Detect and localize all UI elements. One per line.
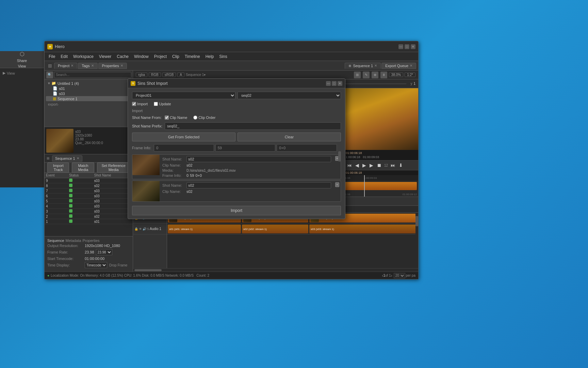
clear-button[interactable]: Clear xyxy=(238,133,341,141)
timeline-scrollbar-h[interactable] xyxy=(133,268,418,272)
table-row[interactable]: 3 s03 xyxy=(45,209,133,214)
menu-clip[interactable]: Clip xyxy=(169,53,182,60)
edit-icon[interactable]: ✎ xyxy=(363,72,370,78)
tab-tags-close[interactable]: ✕ xyxy=(91,64,94,67)
view-item[interactable]: ▶View xyxy=(3,71,41,75)
maximize-button[interactable]: □ xyxy=(405,44,409,49)
table-row[interactable]: 9 s03 xyxy=(45,178,133,183)
clip-order-radio[interactable] xyxy=(193,116,197,120)
per-page-select[interactable]: 20 xyxy=(394,273,405,278)
tab-properties[interactable]: Properties ✕ xyxy=(98,63,127,69)
props-tab-sequence[interactable]: Sequence xyxy=(47,239,64,243)
menu-project[interactable]: Project xyxy=(151,53,169,60)
tab-sequence1[interactable]: ◉ Sequence 1 ✕ xyxy=(345,63,381,69)
tab-tags[interactable]: Tags ✕ xyxy=(78,63,97,69)
shot-name-input-2[interactable] xyxy=(186,182,331,188)
tree-item-s03[interactable]: 📄 s03 xyxy=(46,91,131,96)
menu-sins[interactable]: Sins xyxy=(216,53,230,60)
tab-export-queue[interactable]: Export Queue ✕ xyxy=(381,63,416,69)
zoom-level[interactable]: 38.0% xyxy=(389,73,403,77)
dialog-import-button[interactable]: Import xyxy=(132,206,341,215)
menu-cache[interactable]: Cache xyxy=(114,53,131,60)
skip-back-button[interactable]: ⏮ xyxy=(346,162,353,169)
menu-edit[interactable]: Edit xyxy=(58,53,70,60)
color-channel[interactable]: A xyxy=(177,73,184,77)
audio-clip-s03[interactable]: s03 (s03: stream 1) xyxy=(309,225,415,233)
audio-mute-icon[interactable]: 🔊 xyxy=(143,227,146,231)
minimize-button[interactable]: — xyxy=(398,44,403,49)
tree-item-s01[interactable]: 📄 s01 xyxy=(46,86,131,91)
close-button[interactable]: ✕ xyxy=(411,44,415,49)
viewer-mini-timeline[interactable]: 1:06 1:00:09:03 1:06 01:00:09:12 xyxy=(344,175,418,197)
share-view-button[interactable]: ⬡ Share View xyxy=(0,51,44,68)
snap-icon[interactable]: ⊕ xyxy=(372,72,378,78)
menu-help[interactable]: Help xyxy=(203,53,217,60)
step-back-button[interactable]: ◀ xyxy=(355,162,360,169)
audio-eye-icon[interactable]: 👁 xyxy=(139,227,142,231)
color-srgb[interactable]: sRGB xyxy=(162,73,176,77)
update-radio-label[interactable]: Update xyxy=(154,102,171,106)
clip-name-checkbox[interactable] xyxy=(165,116,169,120)
import-checkbox[interactable] xyxy=(132,102,136,106)
color-rgb[interactable]: RGB xyxy=(149,73,161,77)
tab-seq1-close[interactable]: ✕ xyxy=(374,64,377,67)
clip-name-radio-label[interactable]: Clip Name xyxy=(165,116,187,120)
link-icon[interactable]: ⊞ xyxy=(354,72,361,78)
tab-project-close[interactable]: ✕ xyxy=(71,64,74,67)
audio-clip-s02[interactable]: s02 (s02: stream 1) xyxy=(242,225,308,233)
audio-clip-s01[interactable]: s01 (s01: stream 1) xyxy=(168,225,241,233)
table-row[interactable]: 5 s03 xyxy=(45,199,133,204)
table-row[interactable]: 8 s02 xyxy=(45,183,133,188)
get-from-selected-button[interactable]: Get From Selected xyxy=(132,133,235,141)
menu-timeline[interactable]: Timeline xyxy=(182,53,203,60)
pause-icon[interactable]: ⏸ xyxy=(380,72,387,78)
stop-button[interactable]: ⏹ xyxy=(376,162,382,169)
search-input[interactable] xyxy=(54,72,131,78)
table-row[interactable]: 6 s03 xyxy=(45,194,133,199)
tab-export-close[interactable]: ✕ xyxy=(410,64,412,67)
menu-workspace[interactable]: Workspace xyxy=(70,53,96,60)
menu-viewer[interactable]: Viewer xyxy=(96,53,114,60)
seq-tab-sequence[interactable]: Sequence 1 ✕ xyxy=(52,155,82,162)
audio-solo-icon[interactable]: S xyxy=(147,227,149,231)
frame-rate-select[interactable]: 23.98 xyxy=(96,249,112,255)
import-track-button[interactable]: Import Track xyxy=(47,163,69,173)
aspect-ratio[interactable]: 1:2* xyxy=(405,73,415,77)
menu-file[interactable]: File xyxy=(46,53,58,60)
color-rgba[interactable]: rgba xyxy=(136,73,147,77)
import-radio-label[interactable]: Import xyxy=(132,102,148,106)
shot-close-2[interactable]: ✕ xyxy=(334,181,341,201)
props-tab-metadata[interactable]: Metadata xyxy=(66,239,81,243)
dialog-close-btn[interactable]: ✕ xyxy=(338,81,342,86)
shot-name-input-1[interactable] xyxy=(186,156,331,162)
panel-icon[interactable]: ⊞ xyxy=(46,62,54,69)
clip-order-radio-label[interactable]: Clip Order xyxy=(193,116,215,120)
match-media-button[interactable]: Match Media xyxy=(72,163,94,173)
table-row[interactable]: 7 s03 xyxy=(45,188,133,194)
tab-project[interactable]: Project ✕ xyxy=(54,63,77,69)
time-display-select[interactable]: Timecode xyxy=(85,262,107,268)
audio-lock-icon[interactable]: 🔒 xyxy=(134,227,138,231)
project-select[interactable]: Project01 xyxy=(132,92,235,99)
tab-properties-close[interactable]: ✕ xyxy=(120,64,123,67)
table-row[interactable]: 1 s01 xyxy=(45,219,133,224)
table-row[interactable]: 2 s02 xyxy=(45,214,133,219)
props-tab-properties[interactable]: Properties xyxy=(82,239,99,243)
skip-forward-button[interactable]: ⏭ xyxy=(390,162,396,169)
seq-selector[interactable]: Sequence 1▾ xyxy=(186,73,206,77)
play-button[interactable]: ▶ xyxy=(362,162,367,169)
set-reference-media-button[interactable]: Set Reference Media xyxy=(97,163,130,173)
timeline-scrollbar-v[interactable] xyxy=(415,213,418,268)
export-button[interactable]: ⬇ xyxy=(398,162,404,169)
table-row[interactable]: 4 s03 xyxy=(45,204,133,209)
seq-tab-close[interactable]: ✕ xyxy=(77,156,79,160)
dialog-maximize-btn[interactable]: □ xyxy=(332,81,337,86)
menu-window[interactable]: Window xyxy=(131,53,151,60)
step-forward-button[interactable]: ▶ xyxy=(369,162,374,169)
shot-name-prefix-input[interactable] xyxy=(165,122,341,130)
dialog-minimize-btn[interactable]: — xyxy=(326,81,331,86)
search-icon[interactable]: 🔍 xyxy=(46,72,53,78)
tree-root[interactable]: ▼ 📁 Untitled 1 (4) xyxy=(46,81,131,86)
page-next-btn[interactable]: › xyxy=(391,273,392,278)
tree-item-sequence1[interactable]: ▦ Sequence 1 xyxy=(46,96,131,101)
